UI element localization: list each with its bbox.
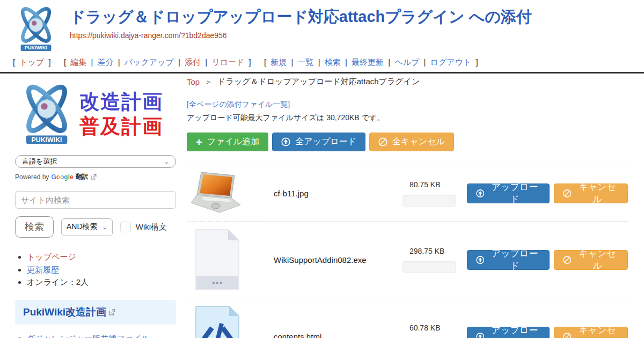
upload-progress-bar [402,261,456,273]
chevron-down-icon: ⌄ [103,224,107,231]
search-button[interactable]: 検索 [15,216,54,238]
sidebar-logo-text: 改造計画 普及計画 [79,90,163,139]
file-name: WikiSupportAddin082.exe [274,255,402,264]
file-size: 298.75 KB [402,247,456,255]
nav-logout[interactable]: ログアウト [430,57,472,67]
language-select-value: 言語を選択 [22,157,57,166]
sidebar-heading[interactable]: PukiWiki改造計画 [15,300,176,325]
top-navigation: [ トップ ] [ 編集 | 差分 | バックアップ | 添付 | リロード ]… [0,54,644,72]
file-name: cf-b11.jpg [274,189,402,198]
nav-top[interactable]: トップ [19,57,44,67]
sidebar-item-common-files[interactable]: ダジャレンジャー版共通ファイル [27,334,150,338]
sidebar-item-history[interactable]: 更新履歴 [27,265,59,274]
ban-circle-icon [563,255,572,264]
upload-file-list: cf-b11.jpg 80.75 KB アップロード [187,165,628,338]
upload-toolbar: + ファイル追加 全アップロード 全キャンセル [187,133,628,151]
main-content: Top ＞ ドラッグ＆ドロップアップロード対応attachプラグイン [全ページ… [187,77,644,338]
separator: | [424,57,426,67]
separator: | [205,57,207,67]
svg-text:PUKIWIKI: PUKIWIKI [31,136,62,144]
logo-caption: PUKIWIKI [25,45,47,50]
ban-circle-icon [378,137,387,146]
cancel-button[interactable]: キャンセル [554,327,628,338]
ban-circle-icon [563,332,572,338]
separator: | [178,57,180,67]
list-item: トップページ [27,251,176,263]
sidebar-heading-label: PukiWiki改造計画 [23,305,106,319]
separator: | [291,57,293,67]
cancel-button[interactable]: キャンセル [554,183,628,203]
pukiwiki-atom-logo[interactable]: PUKIWIKI [10,4,62,54]
sidebar-list-top: トップページ 更新履歴 オンライン：2人 [18,251,176,289]
upload-progress-bar [402,195,456,207]
cancel-all-button[interactable]: 全キャンセル [369,133,454,151]
site-search-input[interactable] [15,191,176,209]
breadcrumb: Top ＞ ドラッグ＆ドロップアップロード対応attachプラグイン [187,77,628,87]
list-item: 更新履歴 [27,264,176,276]
generic-file-icon [194,227,241,292]
search-mode-select[interactable]: AND検索 ⌄ [61,218,113,236]
separator: | [345,57,347,67]
nav-edit[interactable]: 編集 [70,57,86,67]
breadcrumb-separator: ＞ [205,77,212,87]
page-url[interactable]: https://pukiwiki.dajya-ranger.com/?1bd2d… [70,31,532,40]
nav-recent[interactable]: 最終更新 [352,57,384,67]
bracket: [ [13,57,15,67]
wiki-syntax-label: Wiki構文 [136,222,167,232]
file-row: WikiSupportAddin082.exe 298.75 KB アップロード [187,221,628,298]
sidebar-item-toppage[interactable]: トップページ [27,252,76,261]
nav-diff[interactable]: 差分 [98,57,114,67]
breadcrumb-home[interactable]: Top [187,77,200,86]
separator: | [388,57,390,67]
upload-circle-icon [476,332,485,338]
upload-button[interactable]: アップロード [467,327,550,338]
page-header: PUKIWIKI ドラッグ＆ドロップアップロード対応attachプラグイン への… [0,0,644,54]
powered-by-google: Powered by Google 翻訳 [15,172,176,181]
upload-button[interactable]: アップロード [467,250,550,270]
bracket: [ [64,57,66,67]
separator: | [91,57,93,67]
ban-circle-icon [563,189,572,198]
upload-circle-icon [281,137,290,146]
list-item: オンライン：2人 [27,276,176,289]
sidebar-list-plugins: ダジャレンジャー版共通ファイル PukiWiki本体改造 PukiWikiテキス… [18,333,176,338]
add-files-button[interactable]: + ファイル追加 [187,133,268,151]
laptop-photo-thumbnail [191,171,244,215]
bracket: ] [249,57,251,67]
nav-list[interactable]: 一覧 [298,57,314,67]
all-pages-attach-list-link[interactable]: [全ページの添付ファイル一覧] [187,100,628,109]
nav-backup[interactable]: バックアップ [125,57,174,67]
nav-new[interactable]: 新規 [270,57,287,67]
sidebar-item-online: オンライン：2人 [27,277,89,286]
separator: | [318,57,320,67]
external-link-icon [109,309,115,315]
list-item: ダジャレンジャー版共通ファイル [27,333,176,338]
sidebar-logo[interactable]: PUKIWIKI 改造計画 普及計画 [15,81,176,148]
file-row: contents.html 60.78 KB アップロード [187,298,628,338]
sidebar-atom-icon: PUKIWIKI [15,81,78,148]
upload-all-button[interactable]: 全アップロード [272,133,365,151]
upload-button[interactable]: アップロード [467,183,550,203]
file-name: contents.html [274,332,402,338]
file-size: 80.75 KB [402,180,456,189]
nav-search[interactable]: 検索 [325,57,341,67]
page-title: ドラッグ＆ドロップアップロード対応attachプラグイン への添付 [70,8,532,26]
sidebar: PUKIWIKI 改造計画 普及計画 言語を選択 ⌄ Powered by Go… [15,81,176,338]
wiki-syntax-checkbox[interactable] [120,222,131,232]
nav-reload[interactable]: リロード [211,57,244,67]
breadcrumb-current: ドラッグ＆ドロップアップロード対応attachプラグイン [217,77,420,87]
upload-circle-icon [476,255,485,264]
external-link-icon [91,174,97,180]
separator: | [118,57,120,67]
nav-attach[interactable]: 添付 [185,57,201,67]
nav-help[interactable]: ヘルプ [394,57,419,67]
language-select[interactable]: 言語を選択 ⌄ [15,155,176,168]
bracket: [ [264,57,266,67]
cancel-button[interactable]: キャンセル [554,250,628,270]
search-mode-value: AND検索 [67,222,98,232]
bracket: ] [49,57,51,67]
html-file-icon [194,304,241,338]
upload-circle-icon [476,189,485,198]
max-upload-size-text: アップロード可能最大ファイルサイズは 30,720KB です。 [187,113,628,123]
bracket: ] [476,57,478,67]
